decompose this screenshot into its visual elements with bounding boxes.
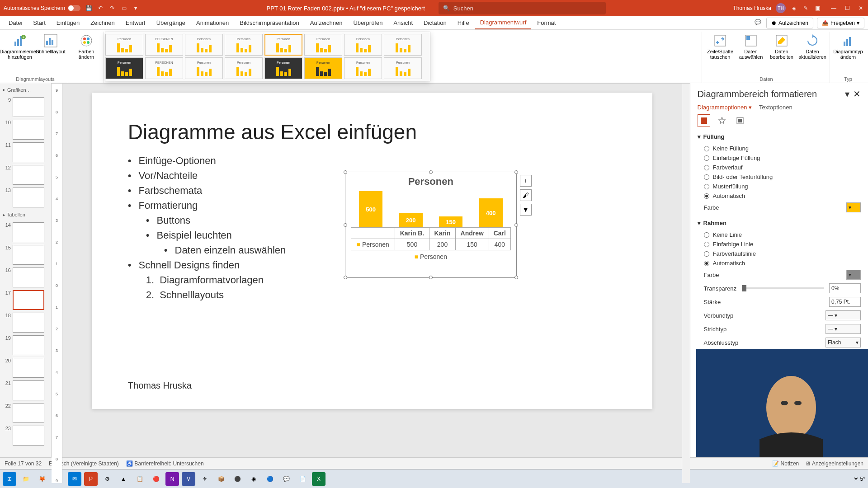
tab-ansicht[interactable]: Ansicht (388, 17, 418, 29)
chart-bar[interactable]: 400 (479, 198, 503, 227)
bullet-item[interactable]: Schnelllayouts (128, 287, 616, 302)
cap-combo[interactable]: Flach ▾ (826, 338, 861, 347)
chart-style-9[interactable]: Personen (105, 57, 143, 79)
tab-animationen[interactable]: Animationen (191, 17, 234, 29)
slide-thumb-23[interactable]: 23 (3, 426, 48, 446)
tab-bildschirmpraesentation[interactable]: Bildschirmpräsentation (235, 17, 304, 29)
slide-thumb-22[interactable]: 22 (3, 403, 48, 423)
chart-style-7[interactable]: Personen (344, 34, 382, 56)
slide-thumb-13[interactable]: 13 (3, 188, 48, 207)
slide-thumb-19[interactable]: 19 (3, 335, 48, 355)
chart-bar[interactable]: 200 (399, 213, 423, 227)
autosave-toggle[interactable]: Automatisches Speichern (4, 5, 80, 11)
fill-option-2[interactable]: Farbverlauf (698, 163, 861, 172)
tab-diagrammentwurf[interactable]: Diagrammentwurf (475, 16, 532, 29)
slide-thumb-18[interactable]: 18 (3, 313, 48, 333)
weather-widget[interactable]: ☀ 5° (854, 476, 865, 482)
section-fill-toggle[interactable]: ▾ Füllung (698, 133, 861, 140)
close-icon[interactable]: ✕ (857, 5, 864, 12)
pane-tab-chart[interactable]: Diagrammoptionen ▾ (698, 104, 752, 111)
present-icon[interactable]: ▭ (120, 5, 127, 12)
width-value[interactable]: 0,75 Pt. (829, 297, 861, 307)
chart-style-13[interactable]: Personen (264, 57, 302, 79)
qat-more-icon[interactable]: ▾ (132, 5, 139, 12)
chart-style-14[interactable]: Personen (304, 57, 342, 79)
share-button[interactable]: 📤 Freigeben ▾ (817, 18, 864, 28)
tab-ueberpruefen[interactable]: Überprüfen (348, 17, 387, 29)
maximize-icon[interactable]: ☐ (844, 5, 851, 12)
chart-style-11[interactable]: Personen (185, 57, 223, 79)
fill-option-0[interactable]: Keine Füllung (698, 144, 861, 153)
chart-filter-button[interactable]: ▼ (520, 204, 532, 216)
start-button[interactable]: ⊞ (3, 472, 16, 486)
save-icon[interactable]: 💾 (85, 5, 92, 12)
fill-line-icon[interactable] (698, 114, 710, 127)
compound-combo[interactable]: — ▾ (826, 310, 861, 320)
change-chart-type-button[interactable]: Diagrammtyp ändern (834, 33, 863, 61)
fill-option-4[interactable]: Musterfüllung (698, 182, 861, 191)
vertical-scrollbar[interactable] (682, 84, 690, 483)
border-option-1[interactable]: Einfarbige Linie (698, 239, 861, 249)
refresh-data-button[interactable]: Daten aktualisieren (798, 33, 827, 61)
file-title[interactable]: PPT 01 Roter Faden 002.pptx • Auf "diese… (267, 5, 425, 12)
slide-title[interactable]: Diagramme aus Excel einfügen (128, 120, 616, 144)
chart-style-1[interactable]: Personen (105, 34, 143, 56)
chart-style-6[interactable]: Personen (304, 34, 342, 56)
window-icon[interactable]: ▣ (814, 5, 821, 12)
chart-style-12[interactable]: Personen (225, 57, 263, 79)
slide-thumb-21[interactable]: 21 (3, 380, 48, 400)
notes-toggle[interactable]: 📝 Notizen (772, 460, 799, 467)
border-option-0[interactable]: Keine Linie (698, 230, 861, 239)
chart-style-5[interactable]: Personen (264, 34, 302, 56)
chart-style-2[interactable]: PERSONEN (145, 34, 183, 56)
tab-dictation[interactable]: Dictation (419, 17, 452, 29)
chart-elements-button[interactable]: + (520, 175, 532, 187)
slide-footer[interactable]: Thomas Hruska (128, 380, 192, 391)
slide-thumb-9[interactable]: 9 (3, 97, 48, 117)
transparency-value[interactable]: 0% (829, 283, 861, 293)
fill-color-picker[interactable]: ▾ (846, 202, 861, 212)
chart-style-3[interactable]: Personen (185, 34, 223, 56)
fill-option-3[interactable]: Bild- oder Texturfüllung (698, 172, 861, 182)
chart-bar[interactable]: 500 (359, 191, 382, 227)
slide-thumb-14[interactable]: 14 (3, 222, 48, 242)
bullet-item[interactable]: Einfüge-Optionen (128, 153, 616, 168)
section-tables[interactable]: ▸ Tabellen (3, 210, 48, 220)
dash-combo[interactable]: — ▾ (826, 324, 861, 334)
chart-style-4[interactable]: Personen (225, 34, 263, 56)
comments-icon[interactable]: 💬 (755, 19, 763, 27)
slide-thumb-17[interactable]: 17 (3, 290, 48, 310)
firefox-icon[interactable]: 🦊 (35, 472, 49, 486)
chart-style-8[interactable]: Personen (384, 34, 422, 56)
pane-close-icon[interactable]: ✕ (853, 89, 861, 99)
chart-title[interactable]: Personen (345, 172, 516, 191)
slide-counter[interactable]: Folie 17 von 32 (5, 460, 42, 467)
tab-aufzeichnen[interactable]: Aufzeichnen (305, 17, 348, 29)
draw-icon[interactable]: ✎ (802, 5, 809, 12)
pane-tab-text[interactable]: Textoptionen (759, 104, 793, 111)
size-props-icon[interactable] (734, 114, 746, 127)
search-box[interactable]: 🔍 (439, 2, 606, 14)
border-option-3[interactable]: Automatisch (698, 258, 861, 268)
chart-style-16[interactable]: Personen (384, 57, 422, 79)
section-graphics[interactable]: ▸ Grafiken… (3, 85, 48, 94)
chart-bar[interactable]: 150 (439, 216, 462, 227)
chart-style-15[interactable]: Personen (344, 57, 382, 79)
chart-object[interactable]: Personen 500200150400 Karin B.KarinAndre… (345, 172, 517, 278)
slide-thumb-15[interactable]: 15 (3, 245, 48, 265)
slide-thumb-12[interactable]: 12 (3, 165, 48, 185)
minimize-icon[interactable]: — (830, 5, 837, 12)
search-input[interactable] (453, 5, 601, 12)
tab-format[interactable]: Format (532, 17, 561, 29)
section-border-toggle[interactable]: ▾ Rahmen (698, 220, 861, 226)
user-avatar[interactable]: TH (776, 3, 786, 13)
undo-icon[interactable]: ↶ (97, 5, 104, 12)
tab-einfuegen[interactable]: Einfügen (52, 17, 85, 29)
slide-panel[interactable]: ▸ Grafiken… 910111213▸ Tabellen141516171… (0, 83, 52, 457)
switch-row-col-button[interactable]: Zeile/Spalte tauschen (706, 33, 735, 61)
tab-datei[interactable]: Datei (4, 17, 27, 29)
tab-entwurf[interactable]: Entwurf (121, 17, 151, 29)
border-color-picker[interactable]: ▾ (846, 270, 861, 280)
slide-thumb-20[interactable]: 20 (3, 358, 48, 378)
transparency-slider[interactable] (742, 287, 824, 289)
